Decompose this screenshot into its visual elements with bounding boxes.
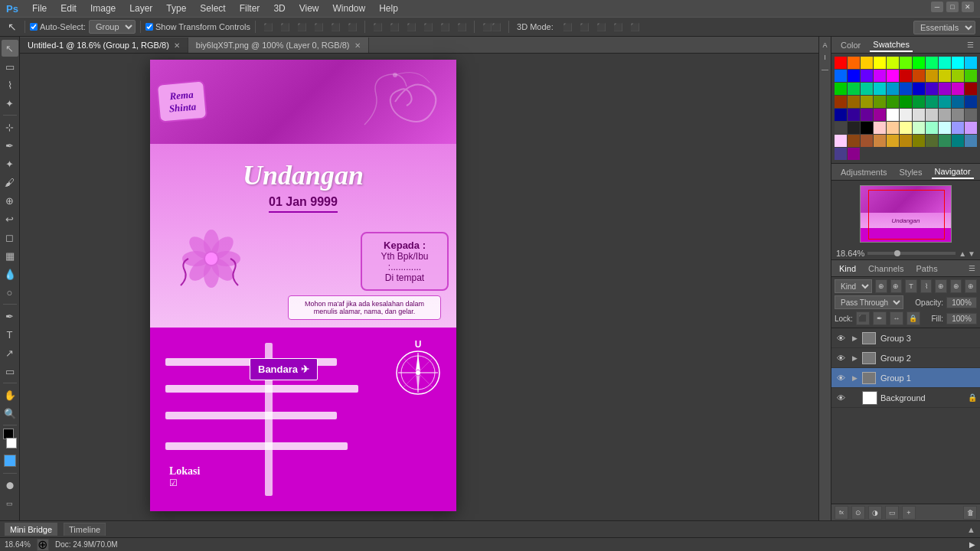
transform-icon[interactable]: ⬛⬛ bbox=[479, 21, 504, 33]
layer-icon-btn-1[interactable]: ⊕ bbox=[875, 279, 887, 293]
menu-edit[interactable]: Edit bbox=[54, 2, 83, 15]
menu-layer[interactable]: Layer bbox=[123, 2, 158, 15]
layer-vis-group2[interactable]: 👁 bbox=[835, 352, 847, 364]
zoom-slider-handle[interactable] bbox=[894, 250, 900, 256]
swatch-1[interactable] bbox=[848, 57, 860, 69]
background-color[interactable] bbox=[6, 438, 17, 448]
status-icon-btn[interactable]: ⊕ bbox=[37, 539, 49, 551]
swatch-49[interactable] bbox=[900, 109, 912, 121]
color-panel-menu[interactable]: ☰ bbox=[967, 41, 974, 49]
3d-btn2[interactable]: ⬛ bbox=[577, 21, 592, 33]
swatch-4[interactable] bbox=[887, 57, 899, 69]
add-mask-btn[interactable]: ⊙ bbox=[851, 506, 865, 520]
mini-bridge-expand[interactable]: ▲ bbox=[967, 525, 975, 534]
swatch-67[interactable] bbox=[848, 135, 860, 147]
swatch-10[interactable] bbox=[965, 57, 977, 69]
tab-png[interactable]: biy6lqX9T.png @ 100% (Layer 0, RGB/8) ✕ bbox=[188, 37, 369, 53]
swatch-29[interactable] bbox=[926, 83, 938, 95]
move-tool-arrow[interactable]: ↖ bbox=[5, 19, 20, 34]
new-layer-btn[interactable]: + bbox=[902, 506, 916, 520]
3d-btn4[interactable]: ⬛ bbox=[610, 21, 626, 33]
layer-icon-btn-2[interactable]: ⊕ bbox=[890, 279, 903, 293]
align-center-v[interactable]: ⬛ bbox=[328, 21, 343, 33]
swatch-21[interactable] bbox=[965, 70, 977, 82]
lasso-tool[interactable]: ⌇ bbox=[2, 77, 18, 93]
swatch-76[interactable] bbox=[965, 135, 977, 147]
tab-styles[interactable]: Styles bbox=[897, 166, 926, 178]
swatch-50[interactable] bbox=[913, 109, 925, 121]
align-top[interactable]: ⬛ bbox=[311, 21, 326, 33]
swatch-62[interactable] bbox=[926, 122, 938, 134]
swatch-13[interactable] bbox=[861, 70, 873, 82]
swatch-35[interactable] bbox=[861, 96, 873, 108]
swatch-40[interactable] bbox=[926, 96, 938, 108]
nav-zoom-out[interactable]: ▲ bbox=[959, 249, 966, 258]
essentials-dropdown[interactable]: Essentials bbox=[913, 20, 975, 34]
menu-view[interactable]: View bbox=[293, 2, 325, 15]
type-tool[interactable]: T bbox=[2, 326, 18, 343]
lock-btn-2[interactable]: ✒ bbox=[873, 311, 887, 325]
swatch-15[interactable] bbox=[887, 70, 899, 82]
swatch-57[interactable] bbox=[861, 122, 873, 134]
swatch-3[interactable] bbox=[874, 57, 886, 69]
swatch-20[interactable] bbox=[952, 70, 964, 82]
swatch-12[interactable] bbox=[848, 70, 860, 82]
tab-color[interactable]: Color bbox=[838, 39, 864, 51]
layer-expand-group1[interactable]: ▶ bbox=[850, 373, 859, 383]
swatch-16[interactable] bbox=[900, 70, 912, 82]
swatch-63[interactable] bbox=[939, 122, 951, 134]
layer-vis-bg[interactable]: 👁 bbox=[835, 392, 847, 404]
show-transform-checkbox[interactable] bbox=[145, 23, 153, 31]
tab-swatches[interactable]: Swatches bbox=[870, 38, 913, 52]
swatch-34[interactable] bbox=[848, 96, 860, 108]
swatch-6[interactable] bbox=[913, 57, 925, 69]
swatch-48[interactable] bbox=[887, 109, 899, 121]
lock-btn-3[interactable]: ↔ bbox=[890, 311, 903, 325]
history-brush[interactable]: ↩ bbox=[2, 210, 18, 227]
swatch-53[interactable] bbox=[952, 109, 964, 121]
close-button[interactable]: ✕ bbox=[962, 2, 974, 12]
swatch-70[interactable] bbox=[887, 135, 899, 147]
layer-expand-group3[interactable]: ▶ bbox=[850, 334, 859, 343]
quick-mask-btn[interactable]: ⬤ bbox=[2, 477, 18, 494]
tab-layers[interactable]: Kind bbox=[836, 262, 859, 275]
3d-btn1[interactable]: ⬛ bbox=[560, 21, 575, 33]
crop-tool[interactable]: ⊹ bbox=[2, 119, 18, 135]
tab-untitled[interactable]: Untitled-1 @ 18.6% (Group 1, RGB/8) ✕ bbox=[20, 37, 188, 53]
swatch-78[interactable] bbox=[848, 148, 860, 160]
swatch-0[interactable] bbox=[835, 57, 847, 69]
swatch-64[interactable] bbox=[952, 122, 964, 134]
swatch-56[interactable] bbox=[848, 122, 860, 134]
foreground-green[interactable] bbox=[4, 455, 16, 467]
layer-vis-group3[interactable]: 👁 bbox=[835, 332, 847, 344]
swatch-23[interactable] bbox=[848, 83, 860, 95]
gradient-tool[interactable]: ▦ bbox=[2, 247, 18, 264]
swatch-75[interactable] bbox=[952, 135, 964, 147]
swatch-66[interactable] bbox=[835, 135, 847, 147]
screen-mode-btn[interactable]: ▭ bbox=[2, 495, 18, 512]
swatch-36[interactable] bbox=[874, 96, 886, 108]
swatch-65[interactable] bbox=[965, 122, 977, 134]
status-right-arrow[interactable]: ▶ bbox=[969, 540, 975, 549]
layer-kind-select[interactable]: Kind bbox=[835, 279, 872, 293]
swatch-26[interactable] bbox=[887, 83, 899, 95]
new-group-btn[interactable]: ▭ bbox=[885, 506, 899, 520]
3d-btn3[interactable]: ⬛ bbox=[593, 21, 609, 33]
swatch-69[interactable] bbox=[874, 135, 886, 147]
lock-btn-1[interactable]: ⬛ bbox=[856, 311, 870, 325]
swatch-25[interactable] bbox=[874, 83, 886, 95]
minimize-button[interactable]: ─ bbox=[931, 2, 943, 12]
swatch-39[interactable] bbox=[913, 96, 925, 108]
tab-close-untitled[interactable]: ✕ bbox=[174, 41, 180, 50]
blur-tool[interactable]: 💧 bbox=[2, 266, 18, 282]
swatch-28[interactable] bbox=[913, 83, 925, 95]
swatch-9[interactable] bbox=[952, 57, 964, 69]
swatch-55[interactable] bbox=[835, 122, 847, 134]
layer-group3[interactable]: 👁 ▶ Group 3 bbox=[831, 328, 980, 348]
layer-background[interactable]: 👁 Background 🔒 bbox=[831, 388, 980, 408]
menu-image[interactable]: Image bbox=[84, 2, 122, 15]
swatch-73[interactable] bbox=[926, 135, 938, 147]
menu-help[interactable]: Help bbox=[373, 2, 404, 15]
mini-bridge-tab[interactable]: Mini Bridge bbox=[5, 523, 57, 536]
menu-window[interactable]: Window bbox=[327, 2, 372, 15]
